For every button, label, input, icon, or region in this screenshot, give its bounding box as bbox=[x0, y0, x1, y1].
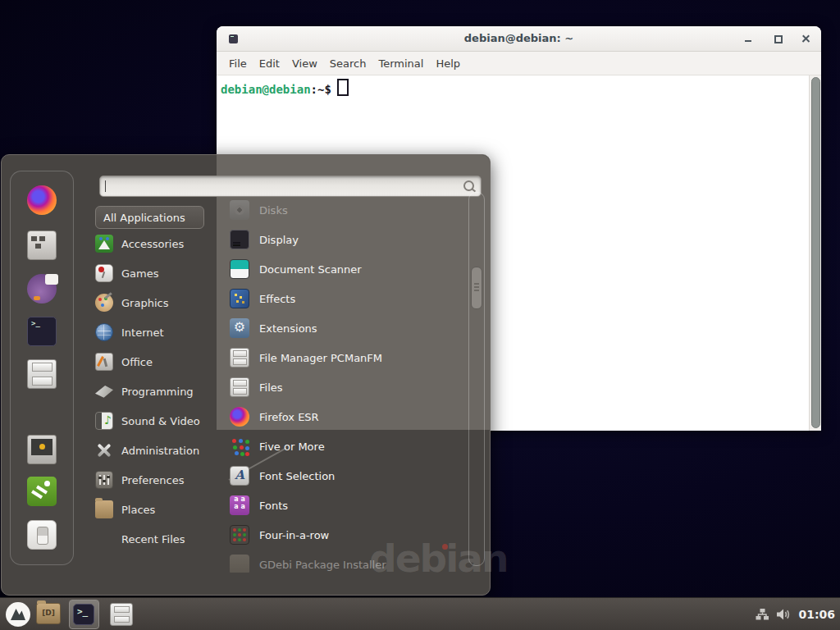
all-applications-label: All Applications bbox=[103, 212, 185, 224]
menu-search[interactable]: Search bbox=[330, 57, 367, 70]
four-in-a-row-icon bbox=[230, 525, 249, 545]
five-or-more-icon bbox=[230, 436, 249, 456]
administration-icon bbox=[95, 441, 113, 459]
file-manager-button[interactable] bbox=[110, 603, 133, 626]
category-preferences[interactable]: Preferences bbox=[95, 465, 226, 495]
application-menu: debian All Applications Accessories Game… bbox=[1, 154, 491, 596]
shutdown-icon[interactable] bbox=[27, 520, 57, 550]
app-gdebi-package-installer[interactable]: GDebi Package Installer bbox=[230, 550, 464, 573]
effects-icon bbox=[230, 289, 249, 308]
terminal-scrollbar[interactable] bbox=[809, 75, 821, 431]
desktop-background: debian@debian: ~ File Edit View Search T… bbox=[0, 0, 840, 630]
app-fonts[interactable]: Fonts bbox=[230, 491, 464, 520]
category-places[interactable]: Places bbox=[95, 495, 226, 524]
prompt-user-host: debian@debian bbox=[221, 83, 311, 96]
app-display[interactable]: Display bbox=[230, 225, 464, 254]
volume-icon[interactable] bbox=[776, 608, 792, 621]
terminal-window-title: debian@debian: ~ bbox=[217, 32, 821, 44]
files-icon bbox=[230, 377, 249, 397]
minimize-icon[interactable] bbox=[743, 34, 754, 44]
app-files[interactable]: Files bbox=[230, 372, 464, 402]
application-list: Disks Display Document Scanner Effects E… bbox=[230, 194, 464, 573]
screensaver-icon[interactable] bbox=[27, 435, 57, 464]
terminal-menubar: File Edit View Search Terminal Help bbox=[217, 52, 821, 75]
file-manager-icon bbox=[230, 348, 249, 368]
clock[interactable]: 01:06 bbox=[798, 608, 835, 621]
category-accessories[interactable]: Accessories bbox=[95, 229, 226, 258]
graphics-icon bbox=[95, 294, 113, 312]
category-sound-video[interactable]: Sound & Video bbox=[95, 406, 226, 436]
menu-view[interactable]: View bbox=[292, 57, 317, 70]
category-games[interactable]: Games bbox=[95, 258, 226, 288]
category-programming[interactable]: Programming bbox=[95, 377, 226, 406]
font-selection-icon bbox=[230, 466, 249, 486]
preferences-icon bbox=[95, 471, 113, 489]
programming-icon bbox=[95, 382, 113, 400]
app-font-selection[interactable]: Font Selection bbox=[230, 461, 464, 491]
menu-help[interactable]: Help bbox=[436, 57, 460, 70]
category-internet[interactable]: Internet bbox=[95, 317, 226, 347]
menu-button-icon bbox=[5, 601, 31, 628]
maximize-icon[interactable] bbox=[773, 34, 783, 44]
search-caret bbox=[105, 180, 106, 192]
category-office[interactable]: Office bbox=[95, 347, 226, 377]
system-tray: 01:06 bbox=[756, 598, 835, 630]
logout-icon[interactable] bbox=[27, 477, 57, 506]
terminal-cursor bbox=[337, 79, 349, 96]
app-effects[interactable]: Effects bbox=[230, 284, 464, 313]
fonts-icon bbox=[230, 495, 249, 515]
office-icon bbox=[95, 353, 113, 371]
internet-icon bbox=[95, 323, 113, 341]
app-extensions[interactable]: Extensions bbox=[230, 313, 464, 343]
favorites-panel bbox=[10, 171, 74, 565]
category-graphics[interactable]: Graphics bbox=[95, 288, 226, 317]
disks-icon bbox=[230, 200, 249, 220]
shell-prompt: debian@debian:~$ bbox=[221, 79, 349, 96]
app-five-or-more[interactable]: Five or More bbox=[230, 431, 464, 461]
pidgin-icon[interactable] bbox=[27, 274, 57, 304]
terminal-icon bbox=[73, 604, 94, 625]
menu-file[interactable]: File bbox=[229, 57, 247, 70]
terminal-icon[interactable] bbox=[27, 317, 57, 346]
menu-scrollbar[interactable] bbox=[468, 192, 485, 566]
extensions-icon bbox=[230, 318, 249, 338]
sound-video-icon bbox=[95, 412, 113, 430]
document-scanner-icon bbox=[230, 259, 249, 279]
games-icon bbox=[95, 264, 113, 282]
menu-edit[interactable]: Edit bbox=[259, 57, 280, 70]
app-file-manager-pcmanfm[interactable]: File Manager PCManFM bbox=[230, 343, 464, 372]
category-list: Accessories Games Graphics Internet Offi… bbox=[95, 229, 226, 554]
app-four-in-a-row[interactable]: Four-in-a-row bbox=[230, 520, 464, 550]
category-recent-files[interactable]: Recent Files bbox=[95, 524, 226, 554]
terminal-scrollbar-thumb[interactable] bbox=[811, 77, 820, 428]
gdebi-icon bbox=[230, 555, 249, 573]
app-firefox-esr[interactable]: Firefox ESR bbox=[230, 402, 464, 431]
all-applications-button[interactable]: All Applications bbox=[95, 206, 204, 229]
display-icon bbox=[230, 230, 249, 249]
app-document-scanner[interactable]: Document Scanner bbox=[230, 254, 464, 284]
desktop-folder-button[interactable]: [D] bbox=[36, 603, 61, 624]
menu-button[interactable] bbox=[5, 601, 31, 628]
app-disks[interactable]: Disks bbox=[230, 195, 464, 225]
desktop-folder-badge: [D] bbox=[37, 609, 60, 617]
prompt-path: :~$ bbox=[311, 83, 331, 96]
category-administration[interactable]: Administration bbox=[95, 436, 226, 465]
places-icon bbox=[95, 500, 113, 518]
software-keyboard-icon[interactable] bbox=[27, 231, 57, 260]
file-manager-icon[interactable] bbox=[27, 359, 57, 389]
firefox-icon bbox=[230, 407, 249, 427]
search-icon bbox=[463, 180, 474, 191]
terminal-window-button[interactable] bbox=[69, 600, 99, 629]
accessories-icon bbox=[95, 235, 113, 253]
network-icon[interactable] bbox=[756, 608, 769, 621]
menu-terminal[interactable]: Terminal bbox=[378, 57, 423, 70]
close-icon[interactable] bbox=[801, 34, 811, 44]
terminal-titlebar[interactable]: debian@debian: ~ bbox=[217, 26, 821, 52]
menu-scrollbar-thumb[interactable] bbox=[471, 267, 482, 309]
firefox-icon[interactable] bbox=[27, 185, 57, 215]
taskbar: [D] 01:06 bbox=[0, 597, 840, 630]
no-icon-spacer bbox=[95, 530, 113, 548]
